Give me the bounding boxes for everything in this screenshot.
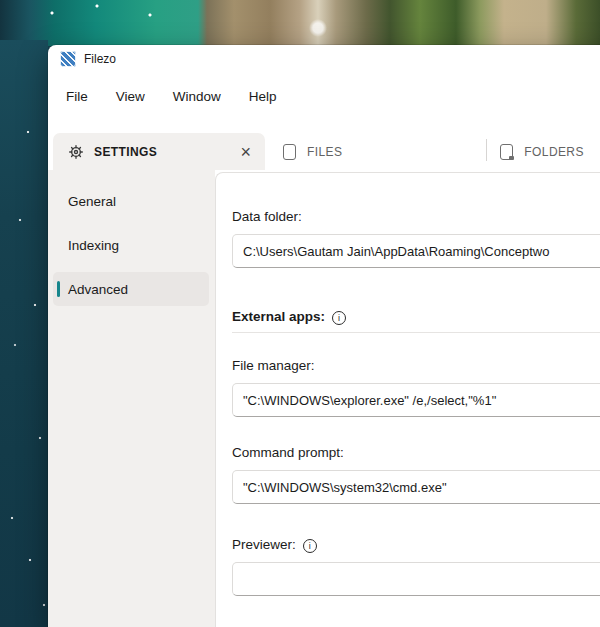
titlebar[interactable]: Filezo [48,45,600,73]
menubar: File View Window Help [48,73,600,119]
gear-icon [68,144,84,160]
sidebar-item-advanced-label: Advanced [68,282,128,297]
settings-body: General Indexing Advanced Data folder: E… [48,170,600,627]
filezo-window: Filezo File View Window Help [48,45,600,627]
external-apps-heading: External apps: [232,309,325,327]
command-prompt-input[interactable] [232,470,600,504]
sidebar-item-general-label: General [68,194,116,209]
desktop-wallpaper-top [0,0,600,46]
previewer-label: Previewer: [232,537,296,555]
previewer-input[interactable] [232,562,600,596]
file-manager-input[interactable] [232,383,600,417]
screen: Filezo File View Window Help [0,0,600,627]
tab-files[interactable]: FILES [283,133,342,170]
data-folder-label: Data folder: [232,209,600,227]
advanced-settings-panel: Data folder: External apps: i File manag… [215,172,600,627]
sidebar-item-general[interactable]: General [53,184,209,218]
sidebar-item-indexing-label: Indexing [68,238,119,253]
window-title: Filezo [84,52,116,66]
close-tab-icon[interactable]: × [236,143,255,161]
tab-settings[interactable]: SETTINGS × [53,133,265,170]
file-folded-outline-icon [500,144,513,160]
tab-settings-label: SETTINGS [94,145,157,159]
menu-help[interactable]: Help [249,89,277,104]
tabbar: SETTINGS × FILES FOLDERS [48,119,600,170]
desktop-wallpaper-left [0,40,48,627]
tab-folders[interactable]: FOLDERS [500,133,583,170]
tab-separator [486,139,487,161]
menu-view[interactable]: View [116,89,145,104]
data-folder-input[interactable] [232,234,600,268]
menu-window[interactable]: Window [173,89,221,104]
sidebar-item-indexing[interactable]: Indexing [53,228,209,262]
file-manager-label: File manager: [232,358,600,376]
menu-file[interactable]: File [66,89,88,104]
filezo-app-icon [60,51,76,67]
info-icon[interactable]: i [332,311,346,325]
info-icon[interactable]: i [303,539,317,553]
sidebar-item-advanced[interactable]: Advanced [53,272,209,306]
settings-sidebar: General Indexing Advanced [48,170,215,627]
command-prompt-label: Command prompt: [232,445,600,463]
section-divider [232,332,600,333]
file-outline-icon [283,144,296,160]
tab-folders-label: FOLDERS [524,145,583,159]
tab-files-label: FILES [307,145,342,159]
selected-accent-bar [57,281,60,297]
